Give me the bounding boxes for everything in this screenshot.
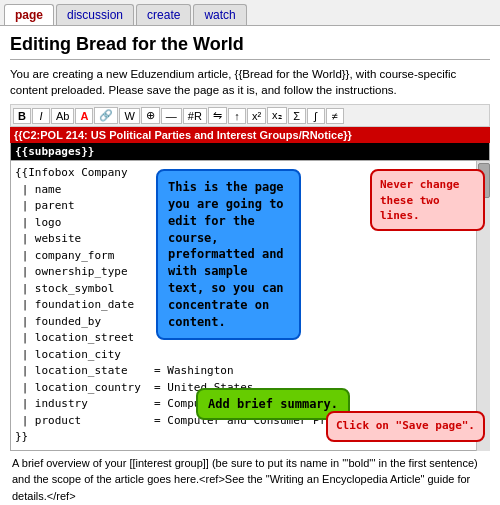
main-content: Editing Bread for the World You are crea…	[0, 26, 500, 505]
toolbar-int[interactable]: ∫	[307, 108, 325, 124]
tab-bar: page discussion create watch	[0, 0, 500, 26]
callout-red-never-change: Never change these two lines.	[370, 169, 485, 231]
toolbar-neq[interactable]: ≠	[326, 108, 344, 124]
tab-watch[interactable]: watch	[193, 4, 246, 25]
callout-red-save: Click on "Save page".	[326, 411, 485, 442]
callout-blue: This is the page you are going to edit f…	[156, 169, 301, 340]
toolbar-plus[interactable]: ⊕	[141, 107, 160, 124]
below-editor-text: A brief overview of your [[interest grou…	[10, 451, 490, 505]
editor-wrapper: {{Infobox Company | name | parent | logo…	[10, 161, 490, 451]
toolbar-dash[interactable]: —	[161, 108, 182, 124]
tab-create[interactable]: create	[136, 4, 191, 25]
toolbar-w[interactable]: W	[119, 108, 139, 124]
toolbar-arrows[interactable]: ⇋	[208, 107, 227, 124]
subpages-tag: {{subpages}}	[10, 143, 490, 161]
toolbar-sigma[interactable]: Σ	[288, 108, 306, 124]
toolbar-link[interactable]: 🔗	[94, 107, 118, 124]
tab-discussion[interactable]: discussion	[56, 4, 134, 25]
intro-text: You are creating a new Eduzendium articl…	[10, 66, 490, 98]
toolbar-ab[interactable]: Ab	[51, 108, 74, 124]
toolbar-sub[interactable]: x₂	[267, 107, 287, 124]
notice-bar: {{C2:POL 214: US Political Parties and I…	[10, 127, 490, 143]
toolbar-bold[interactable]: B	[13, 108, 31, 124]
toolbar-a[interactable]: A	[75, 108, 93, 124]
toolbar-sup[interactable]: x²	[247, 108, 266, 124]
tab-page[interactable]: page	[4, 4, 54, 25]
editor-toolbar: B I Ab A 🔗 W ⊕ — #R ⇋ ↑ x² x₂ Σ ∫ ≠	[10, 104, 490, 127]
editor-area[interactable]: {{Infobox Company | name | parent | logo…	[10, 161, 490, 451]
toolbar-ref[interactable]: #R	[183, 108, 207, 124]
toolbar-italic[interactable]: I	[32, 108, 50, 124]
toolbar-up[interactable]: ↑	[228, 108, 246, 124]
page-title: Editing Bread for the World	[10, 34, 490, 60]
